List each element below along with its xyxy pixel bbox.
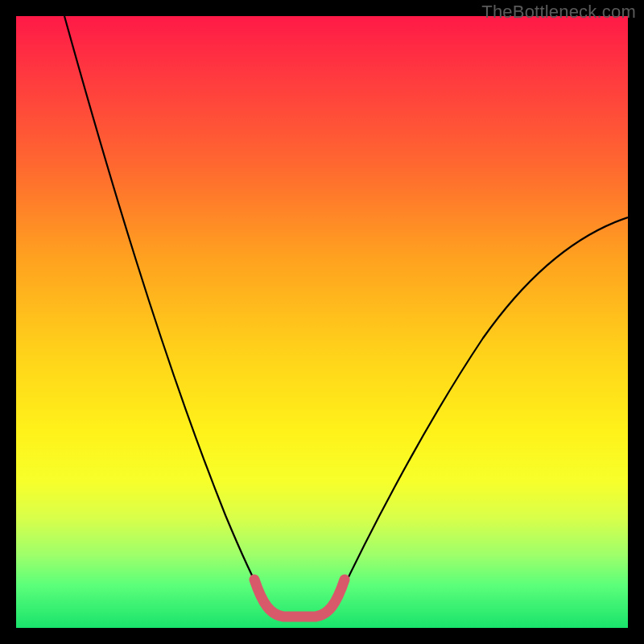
chart-frame: TheBottleneck.com [0, 0, 644, 644]
plot-area [16, 16, 628, 628]
left-branch-curve [64, 16, 266, 602]
watermark-text: TheBottleneck.com [481, 2, 636, 23]
right-branch-curve [336, 217, 628, 602]
curve-layer [16, 16, 628, 628]
optimal-zone-curve [254, 580, 345, 617]
